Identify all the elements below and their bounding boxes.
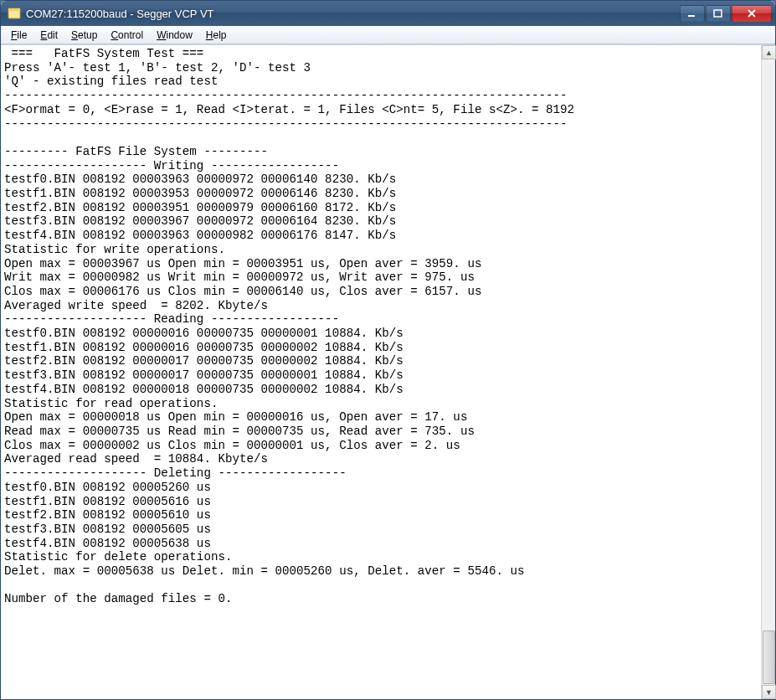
minimize-button[interactable]: [680, 5, 705, 22]
close-button[interactable]: [732, 5, 772, 22]
scroll-down-button[interactable]: ▼: [762, 685, 776, 699]
titlebar[interactable]: COM27:115200baud - Segger VCP VT: [1, 1, 775, 26]
scroll-up-button[interactable]: ▲: [762, 45, 776, 59]
menu-control[interactable]: Control: [104, 28, 150, 43]
menu-help[interactable]: Help: [199, 28, 234, 43]
menu-file[interactable]: File: [4, 28, 33, 43]
menu-label: ontrol: [118, 29, 143, 41]
svg-rect-2: [688, 15, 695, 17]
window-title: COM27:115200baud - Segger VCP VT: [26, 8, 680, 20]
menubar: File Edit Setup Control Window Help: [1, 26, 775, 44]
terminal-area: === FatFS System Test === Press 'A'- tes…: [1, 44, 775, 699]
terminal-output[interactable]: === FatFS System Test === Press 'A'- tes…: [1, 45, 761, 699]
menu-label: etup: [78, 29, 97, 41]
maximize-button[interactable]: [706, 5, 731, 22]
menu-label: dit: [47, 29, 58, 41]
menu-edit[interactable]: Edit: [33, 28, 64, 43]
menu-label: elp: [213, 29, 227, 41]
svg-rect-1: [8, 8, 20, 11]
window-controls: [680, 5, 772, 22]
scroll-thumb[interactable]: [763, 631, 775, 684]
menu-window[interactable]: Window: [150, 28, 199, 43]
svg-rect-3: [714, 10, 722, 17]
menu-label: ile: [17, 29, 27, 41]
vertical-scrollbar[interactable]: ▲ ▼: [761, 45, 775, 699]
app-window: COM27:115200baud - Segger VCP VT File Ed…: [0, 0, 776, 700]
menu-setup[interactable]: Setup: [64, 28, 104, 43]
app-icon: [8, 7, 21, 20]
menu-label: indow: [166, 29, 192, 41]
